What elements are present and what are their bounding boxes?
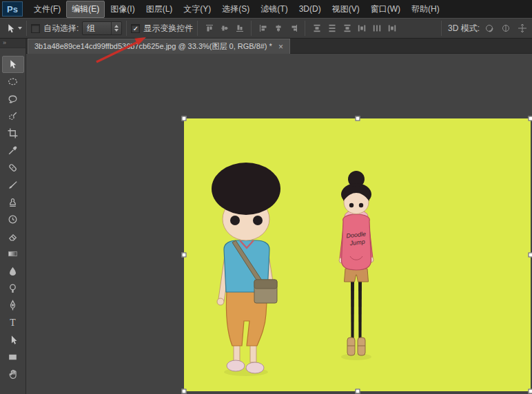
align-left-button[interactable]: [256, 21, 270, 35]
3d-rotate-icon: [484, 23, 495, 34]
blur-tool-icon: [7, 265, 19, 277]
tool-crop[interactable]: [2, 125, 24, 142]
3d-rotate-button[interactable]: [482, 21, 496, 35]
align-vertical-centers-button[interactable]: [217, 21, 232, 35]
transform-handle-middle-right[interactable]: [529, 253, 532, 258]
current-tool-preset[interactable]: [5, 23, 22, 34]
align-bottom-icon: [234, 23, 245, 34]
distribute-horizontal-centers-button[interactable]: [369, 21, 384, 35]
transform-handle-bottom-right[interactable]: [529, 389, 532, 394]
tool-lasso[interactable]: [2, 90, 24, 107]
girl-figure: Doodle Jump: [339, 171, 374, 355]
tool-brush[interactable]: [2, 176, 24, 194]
lasso-tool-icon: [7, 93, 19, 105]
show-transform-checkbox[interactable]: ✓: [131, 24, 140, 33]
align-bottom-button[interactable]: [232, 21, 247, 35]
photoshop-window: { "app": { "logo_text": "Ps", "menu_item…: [0, 0, 532, 394]
align-horizontal-centers-button[interactable]: [271, 21, 285, 35]
menu-select[interactable]: 选择(S): [216, 1, 255, 18]
options-right-zone: 3D 模式:: [437, 21, 532, 36]
tab-close-icon[interactable]: ×: [278, 42, 283, 52]
auto-select-label: 自动选择:: [43, 23, 79, 34]
align-top-icon: [204, 23, 215, 34]
mode-3d-label: 3D 模式:: [448, 23, 480, 34]
3d-pan-icon: [517, 23, 528, 34]
menu-image[interactable]: 图像(I): [105, 1, 140, 18]
tool-quick-selection[interactable]: [2, 107, 24, 125]
tool-gradient[interactable]: [2, 245, 24, 262]
distribute-group-vertical: [309, 21, 354, 35]
distribute-vertical-centers-button[interactable]: [325, 21, 339, 35]
tool-path-selection[interactable]: [2, 331, 24, 349]
separator: [305, 21, 305, 36]
menu-filter[interactable]: 滤镜(T): [255, 1, 293, 18]
rectangle-tool-icon: [7, 351, 19, 363]
photoshop-logo[interactable]: Ps: [2, 1, 23, 17]
tool-panel: »: [0, 39, 26, 394]
align-vertical-centers-icon: [219, 23, 230, 34]
menu-layer[interactable]: 图层(L): [141, 1, 178, 18]
menu-window[interactable]: 窗口(W): [365, 1, 406, 18]
menu-edit[interactable]: 编辑(E): [66, 1, 105, 18]
transform-handle-middle-left[interactable]: [182, 253, 187, 258]
options-bar: 自动选择: 组 ✓ 显示变换控件: [0, 18, 532, 39]
quick-selection-tool-icon: [7, 110, 19, 122]
document-image[interactable]: Doodle Jump: [184, 118, 531, 391]
canvas-area[interactable]: Doodle Jump: [26, 54, 532, 394]
distribute-bottom-button[interactable]: [340, 21, 354, 35]
menu-file[interactable]: 文件(F): [28, 1, 66, 18]
transform-handle-bottom-center[interactable]: [355, 389, 360, 394]
artwork-drawing: Doodle Jump: [184, 118, 531, 391]
tool-eyedropper[interactable]: [2, 142, 24, 159]
menu-help[interactable]: 帮助(H): [406, 1, 445, 18]
tool-hand[interactable]: [2, 366, 24, 383]
transform-handle-top-left[interactable]: [182, 116, 187, 121]
boy-figure: [212, 163, 280, 373]
distribute-vertical-centers-icon: [327, 23, 338, 34]
tool-list: T: [0, 48, 25, 383]
3d-roll-button[interactable]: [498, 21, 513, 35]
tool-rectangle[interactable]: [2, 349, 24, 366]
transform-handle-top-center[interactable]: [355, 116, 360, 121]
align-right-button[interactable]: [286, 21, 300, 35]
distribute-bottom-icon: [342, 23, 353, 34]
menu-3d[interactable]: 3D(D): [294, 1, 327, 17]
3d-pan-button[interactable]: [515, 21, 529, 35]
marquee-tool-icon: [7, 76, 19, 87]
distribute-top-button[interactable]: [309, 21, 324, 35]
tool-eraser[interactable]: [2, 228, 24, 245]
tool-move[interactable]: [2, 56, 24, 73]
tool-blur[interactable]: [2, 262, 24, 280]
distribute-group-horizontal: [354, 21, 399, 35]
separator: [251, 21, 252, 36]
tool-dodge[interactable]: [2, 280, 24, 297]
eyedropper-tool-icon: [7, 145, 19, 156]
separator: [26, 21, 27, 36]
svg-text:T: T: [10, 318, 16, 328]
tool-panel-collapse[interactable]: »: [0, 39, 25, 48]
distribute-left-button[interactable]: [354, 21, 369, 35]
distribute-right-button[interactable]: [385, 21, 399, 35]
auto-select-checkbox[interactable]: [31, 24, 40, 33]
distribute-left-icon: [356, 23, 367, 34]
tool-pen[interactable]: [2, 297, 24, 314]
distribute-horizontal-centers-icon: [371, 23, 382, 34]
transform-handle-top-right[interactable]: [529, 116, 532, 121]
menu-type[interactable]: 文字(Y): [178, 1, 216, 18]
transform-handle-bottom-left[interactable]: [182, 389, 187, 394]
eraser-tool-icon: [7, 231, 19, 242]
auto-select-target-dropdown[interactable]: 组: [82, 21, 122, 35]
tool-history-brush[interactable]: [2, 211, 24, 228]
type-tool-icon: T: [7, 317, 19, 329]
align-top-button[interactable]: [202, 21, 216, 35]
menu-view[interactable]: 视图(V): [327, 1, 365, 18]
tool-spot-healing[interactable]: [2, 159, 24, 176]
align-right-icon: [288, 23, 299, 34]
tool-type[interactable]: T: [2, 314, 24, 331]
document-tab[interactable]: 3b1a48e89ce14cd99ffbd536b7cb625e.jpg @ 3…: [28, 39, 290, 54]
tool-marquee[interactable]: [2, 73, 24, 90]
move-tool-icon: [5, 23, 17, 34]
tool-clone-stamp[interactable]: [2, 194, 24, 211]
crop-tool-icon: [7, 127, 19, 139]
spot-healing-tool-icon: [7, 162, 19, 174]
